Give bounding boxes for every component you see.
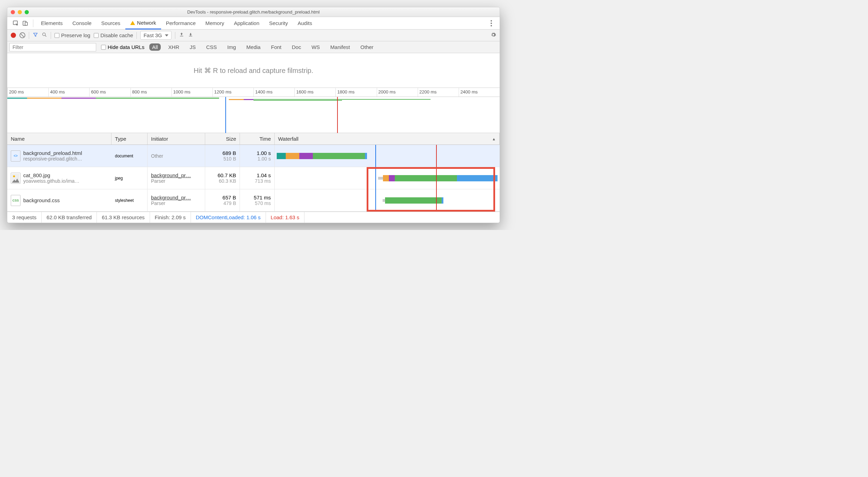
- hide-data-urls-checkbox[interactable]: Hide data URLs: [101, 44, 144, 50]
- tab-network[interactable]: Network: [125, 17, 161, 30]
- col-name[interactable]: Name: [7, 133, 111, 145]
- chevron-down-icon: [165, 34, 168, 36]
- request-table: <> background_preload.htmlresponsive-pre…: [7, 145, 500, 212]
- tab-security[interactable]: Security: [264, 17, 293, 29]
- table-header: Name Type Initiator Size Time Waterfall▲: [7, 133, 500, 145]
- html-file-icon: <>: [11, 150, 20, 162]
- status-finish: Finish: 2.09 s: [150, 212, 191, 223]
- table-row[interactable]: <> background_preload.htmlresponsive-pre…: [7, 145, 500, 167]
- clear-button[interactable]: [19, 32, 25, 38]
- load-marker: [337, 97, 338, 133]
- tab-elements[interactable]: Elements: [36, 17, 68, 29]
- status-dcl: DOMContentLoaded: 1.06 s: [191, 212, 266, 223]
- dcl-line: [375, 145, 376, 212]
- search-icon[interactable]: [42, 32, 47, 39]
- table-row[interactable]: cat_800.jpgyoavweiss.github.io/ima… jpeg…: [7, 167, 500, 189]
- sort-indicator-icon: ▲: [492, 137, 496, 141]
- type-filter-ws[interactable]: WS: [309, 43, 323, 51]
- panel-tabs: Elements Console Sources Network Perform…: [7, 17, 500, 30]
- col-time[interactable]: Time: [240, 133, 275, 145]
- status-resources: 61.3 KB resources: [97, 212, 150, 223]
- type-filter-media[interactable]: Media: [244, 43, 264, 51]
- col-type[interactable]: Type: [111, 133, 148, 145]
- warning-icon: [130, 21, 135, 25]
- type-filter-other[interactable]: Other: [358, 43, 376, 51]
- svg-point-7: [13, 175, 15, 177]
- overview-timeline[interactable]: 200 ms 400 ms 600 ms 800 ms 1000 ms 1200…: [7, 88, 500, 133]
- more-menu-icon[interactable]: [486, 18, 496, 28]
- tab-sources[interactable]: Sources: [97, 17, 125, 29]
- overview-ruler: 200 ms 400 ms 600 ms 800 ms 1000 ms 1200…: [7, 88, 500, 97]
- type-filter-xhr[interactable]: XHR: [166, 43, 182, 51]
- status-load: Load: 1.63 s: [266, 212, 305, 223]
- tab-memory[interactable]: Memory: [201, 17, 229, 29]
- network-toolbar: Preserve log Disable cache Fast 3G: [7, 30, 500, 41]
- col-waterfall[interactable]: Waterfall▲: [275, 133, 500, 145]
- type-filter-all[interactable]: All: [149, 43, 161, 51]
- tab-performance[interactable]: Performance: [161, 17, 201, 29]
- download-har-icon[interactable]: [188, 32, 193, 39]
- col-initiator[interactable]: Initiator: [148, 133, 205, 145]
- svg-point-3: [43, 33, 45, 36]
- image-file-icon: [11, 173, 20, 184]
- table-row[interactable]: CSS background.css stylesheet background…: [7, 189, 500, 212]
- col-size[interactable]: Size: [205, 133, 240, 145]
- device-toggle-icon[interactable]: [20, 18, 30, 28]
- status-requests: 3 requests: [7, 212, 42, 223]
- filter-bar: Hide data URLs All XHR JS CSS Img Media …: [7, 41, 500, 53]
- preserve-log-checkbox[interactable]: Preserve log: [55, 32, 90, 38]
- type-filter-img[interactable]: Img: [225, 43, 239, 51]
- settings-icon[interactable]: [491, 32, 496, 39]
- svg-rect-4: [180, 36, 183, 36]
- window-title: DevTools - responsive-preload.glitch.me/…: [7, 9, 500, 15]
- type-filter-js[interactable]: JS: [187, 43, 199, 51]
- filmstrip-hint: Hit ⌘ R to reload and capture filmstrip.: [7, 53, 500, 88]
- tab-audits[interactable]: Audits: [293, 17, 317, 29]
- type-filter-manifest[interactable]: Manifest: [327, 43, 353, 51]
- throttling-select[interactable]: Fast 3G: [140, 31, 171, 40]
- devtools-window: DevTools - responsive-preload.glitch.me/…: [7, 7, 500, 223]
- status-bar: 3 requests 62.0 KB transferred 61.3 KB r…: [7, 212, 500, 223]
- filter-input[interactable]: [9, 43, 96, 51]
- record-button[interactable]: [11, 33, 16, 38]
- upload-har-icon[interactable]: [179, 32, 184, 39]
- inspect-element-icon[interactable]: [11, 18, 20, 28]
- dcl-marker: [225, 97, 226, 133]
- load-line: [436, 145, 437, 212]
- tab-console[interactable]: Console: [68, 17, 97, 29]
- filter-toggle-icon[interactable]: [33, 32, 38, 39]
- svg-rect-5: [189, 36, 192, 36]
- type-filter-font[interactable]: Font: [268, 43, 284, 51]
- status-transferred: 62.0 KB transferred: [42, 212, 97, 223]
- svg-rect-0: [13, 21, 17, 25]
- type-filter-doc[interactable]: Doc: [289, 43, 304, 51]
- disable-cache-checkbox[interactable]: Disable cache: [94, 32, 133, 38]
- tab-application[interactable]: Application: [229, 17, 264, 29]
- svg-rect-2: [25, 22, 27, 25]
- css-file-icon: CSS: [11, 195, 20, 206]
- type-filter-css[interactable]: CSS: [203, 43, 220, 51]
- overview-body: [7, 97, 500, 133]
- titlebar: DevTools - responsive-preload.glitch.me/…: [7, 7, 500, 17]
